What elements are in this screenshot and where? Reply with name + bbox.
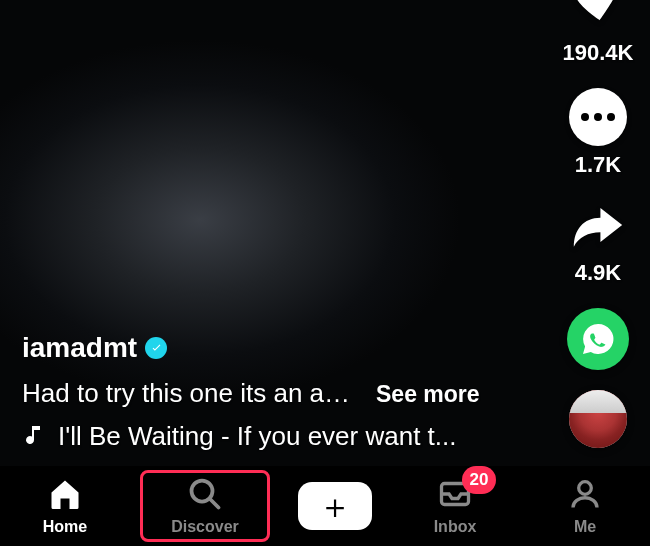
- plus-icon: ＋: [318, 489, 352, 523]
- like-button[interactable]: 190.4K: [563, 0, 634, 66]
- heart-icon: [569, 0, 627, 34]
- nav-inbox[interactable]: 20 Inbox: [400, 470, 510, 542]
- share-button[interactable]: 4.9K: [569, 200, 627, 286]
- username-text: iamadmt: [22, 332, 137, 364]
- video-feed-screen: 190.4K 1.7K 4.9K iamadmt: [0, 0, 650, 546]
- comment-count: 1.7K: [575, 152, 621, 178]
- nav-inbox-label: Inbox: [434, 518, 477, 536]
- nav-home[interactable]: Home: [10, 470, 120, 542]
- svg-line-1: [210, 499, 218, 507]
- nav-create[interactable]: ＋: [290, 470, 380, 542]
- sound-title: I'll Be Waiting - If you ever want t...: [58, 421, 456, 452]
- nav-me-label: Me: [574, 518, 596, 536]
- nav-discover-label: Discover: [171, 518, 239, 536]
- whatsapp-icon: [567, 308, 629, 370]
- username-row[interactable]: iamadmt: [22, 332, 530, 364]
- profile-icon: [567, 476, 603, 516]
- share-icon: [569, 200, 627, 254]
- nav-discover[interactable]: Discover: [140, 470, 270, 542]
- nav-me[interactable]: Me: [530, 470, 640, 542]
- bottom-nav: Home Discover ＋ 20 Inbox Me: [0, 466, 650, 546]
- sound-row[interactable]: I'll Be Waiting - If you ever want t...: [22, 421, 530, 452]
- caption-block: iamadmt Had to try this one its an abs..…: [22, 332, 530, 452]
- share-count: 4.9K: [575, 260, 621, 286]
- svg-point-3: [579, 482, 592, 495]
- sound-disc-avatar: [569, 390, 627, 448]
- see-more-button[interactable]: See more: [376, 381, 480, 408]
- search-icon: [187, 476, 223, 516]
- whatsapp-share-button[interactable]: [567, 308, 629, 370]
- action-rail: 190.4K 1.7K 4.9K: [558, 0, 638, 448]
- home-icon: [47, 476, 83, 516]
- music-note-icon: [22, 423, 46, 451]
- verified-icon: [145, 337, 167, 359]
- sound-disc[interactable]: [569, 390, 627, 448]
- like-count: 190.4K: [563, 40, 634, 66]
- nav-home-label: Home: [43, 518, 87, 536]
- create-button: ＋: [298, 482, 372, 530]
- comment-button[interactable]: 1.7K: [569, 88, 627, 178]
- caption-text: Had to try this one its an abs...: [22, 378, 362, 409]
- comment-icon: [569, 88, 627, 146]
- inbox-badge: 20: [462, 466, 496, 494]
